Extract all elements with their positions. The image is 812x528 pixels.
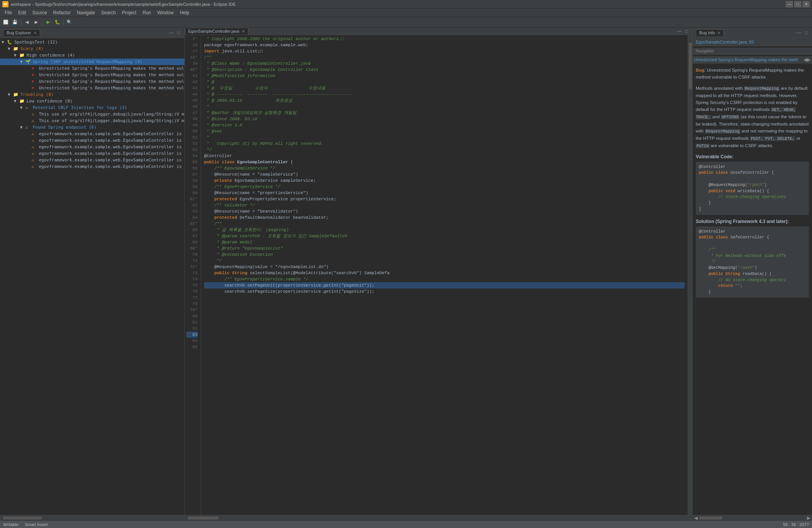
code-line-79*[interactable]: @RequestMapping(value = "/egovSampleList… (204, 264, 685, 270)
tree-item-vuln2[interactable]: ✖Unrestricted Spring's RequestMapping ma… (0, 72, 184, 78)
code-line-51[interactable]: * @version 1.0 (204, 122, 685, 128)
code-line-47[interactable]: * @ 2009.03.16 최초생성 (204, 97, 685, 104)
code-line-57[interactable]: @Controller (204, 153, 685, 159)
code-line-76[interactable]: * @return "egovSampleList" (204, 245, 685, 251)
tree-item-vuln4[interactable]: ✖Unrestricted Spring's RequestMapping ma… (0, 85, 184, 91)
code-line-69*[interactable]: @Resource(name = "beanValidator") (204, 208, 685, 215)
code-line-54[interactable]: * Copyright (C) by MOPAS All right reser… (204, 141, 685, 147)
tree-item-scary[interactable]: ▼📁Scary (4) (0, 45, 184, 52)
editor-maximize-btn[interactable]: □ (684, 28, 689, 34)
minimize-panel-btn[interactable]: — (168, 30, 175, 35)
menu-item-edit[interactable]: Edit (15, 9, 29, 16)
menu-item-help[interactable]: Help (177, 9, 193, 16)
menu-item-source[interactable]: Source (29, 9, 50, 16)
code-line-74[interactable]: * @param searchVO - 조회할 정보가 담긴 SampleDef… (204, 233, 685, 239)
code-line-44[interactable]: * @ (204, 79, 685, 85)
bug-explorer-tab[interactable]: Bug Explorer ✕ (3, 29, 40, 36)
tree-item-ep3[interactable]: ⚠egovframework.example.sample.web.EgovSa… (0, 144, 184, 150)
bug-explorer-close[interactable]: ✕ (33, 31, 37, 35)
code-line-41[interactable]: * @Class Name : EgovSampleController.jav… (204, 60, 685, 67)
code-line-68[interactable]: /** Validator */ (204, 202, 685, 208)
tree-item-ep6[interactable]: ⚠egovframework.example.sample.web.EgovSa… (0, 163, 184, 170)
code-line-82[interactable]: /** EgovPropertyService.sample */ (204, 276, 685, 282)
code-line-46[interactable]: * @ ---------- -------- ----------------… (204, 91, 685, 97)
code-line-52[interactable]: * @see (204, 128, 685, 134)
tree-toggle-low-conf[interactable]: ▼ (14, 99, 19, 104)
nav-arrow-left[interactable]: ◀ (804, 57, 807, 62)
code-line-73[interactable]: * 글 목록을 조회한다. (pageing) (204, 227, 685, 233)
bug-info-hscroll-thumb[interactable] (699, 516, 722, 520)
bug-explorer-hscroll[interactable] (0, 515, 184, 520)
menu-item-run[interactable]: Run (139, 9, 154, 16)
code-line-64[interactable]: /** EgovPropertyService */ (204, 184, 685, 190)
tree-item-spring-csrf[interactable]: ▼🌱Spring CSRF unrestricted RequestMappin… (0, 59, 184, 65)
code-line-60[interactable]: /** EgovSampleService */ (204, 165, 685, 171)
code-line-50[interactable]: * @since 2009. 03.16 (204, 116, 685, 122)
maximize-button[interactable]: □ (794, 1, 801, 7)
code-line-72*[interactable]: /** (204, 221, 685, 227)
code-line-66[interactable]: protected EgovPropertyService properties… (204, 196, 685, 202)
code-line-16[interactable]: package egovframework.example.sample.web… (204, 42, 685, 48)
code-line-84[interactable]: searchVO.setPageSize(propertiesService.g… (204, 288, 685, 295)
menu-item-search[interactable]: Search (98, 9, 119, 16)
tree-toggle-crlf[interactable]: ▼ (20, 105, 25, 110)
code-line-42[interactable]: * @Description : EgovSample Controller C… (204, 67, 685, 73)
editor-hscroll[interactable] (185, 515, 692, 520)
nav-arrow-right[interactable]: ▶ (807, 57, 810, 62)
code-line-53[interactable]: * (204, 134, 685, 141)
code-line-48[interactable]: * (204, 104, 685, 110)
code-line-75[interactable]: * @param model (204, 239, 685, 245)
code-line-58[interactable]: public class EgovSampleController { (204, 159, 685, 165)
code-line-80[interactable]: public String selectSampleList(@ModelAtt… (204, 270, 685, 276)
tree-item-crlf2[interactable]: ⚠This use of org/slf4j/Logger.debug(Ljav… (0, 117, 184, 124)
tree-item-ep2[interactable]: ⚠egovframework.example.sample.web.EgovSa… (0, 137, 184, 144)
editor-scrollbar[interactable] (688, 35, 692, 515)
bug-info-hscroll-left[interactable]: ◀ (693, 515, 699, 521)
code-line-40*[interactable]: /** (204, 54, 685, 60)
toolbar-btn-4[interactable]: ▶ (32, 18, 40, 27)
code-line-55[interactable]: */ (204, 147, 685, 153)
close-button[interactable]: ✕ (803, 1, 810, 7)
code-line-70[interactable]: protected DefaultBeanValidator beanValid… (204, 215, 685, 221)
editor-content[interactable]: 2*161718*3940*41424344454647484950515253… (185, 35, 692, 515)
bug-info-tab[interactable]: Bug Info ✕ (696, 29, 724, 36)
tree-item-ep4[interactable]: ⚠egovframework.example.sample.web.EgovSa… (0, 150, 184, 157)
tree-item-troubling[interactable]: ▼📁Troubling (8) (0, 91, 184, 98)
bug-info-hscroll-right[interactable]: ▶ (805, 515, 812, 521)
run-button[interactable]: ▶ (44, 18, 52, 27)
editor-tab-close[interactable]: ✕ (242, 29, 245, 34)
scrollbar-thumb[interactable] (689, 43, 692, 89)
debug-button[interactable]: 🐛 (53, 18, 62, 27)
menu-item-refactor[interactable]: Refactor (50, 9, 74, 16)
editor-minimize-btn[interactable]: — (676, 28, 683, 34)
menu-item-navigate[interactable]: Navigate (74, 9, 98, 16)
tree-item-crlf1[interactable]: ⚠This use of org/slf4j/Logger.debug(Ljav… (0, 111, 184, 117)
menu-item-file[interactable]: File (2, 9, 15, 16)
code-content[interactable]: * Copyright 2008-2009 the original autho… (201, 35, 688, 515)
toolbar-btn-3[interactable]: ◀ (23, 18, 31, 27)
code-line-61*[interactable]: @Resource(name = "sampleService") (204, 171, 685, 178)
code-line-2*[interactable]: * Copyright 2008-2009 the original autho… (204, 36, 685, 42)
code-line-45[interactable]: * @ 수정일 수정자 수정내용 (204, 85, 685, 91)
toolbar-btn-2[interactable]: 💾 (11, 18, 19, 27)
code-line-65*[interactable]: @Resource(name = "propertiesService") (204, 190, 685, 196)
code-line-49[interactable]: * @author 개발프레임워크 실행환경 개발팀 (204, 110, 685, 116)
editor-hscroll-thumb[interactable] (188, 516, 219, 520)
tree-item-vuln3[interactable]: ✖Unrestricted Spring's RequestMapping ma… (0, 78, 184, 85)
menu-item-project[interactable]: Project (119, 9, 139, 16)
tree-item-spotbugs[interactable]: ▼🐛SpotbugsTest (12) (0, 39, 184, 45)
bug-info-close[interactable]: ✕ (717, 31, 720, 35)
toolbar-search[interactable]: 🔍 (65, 18, 74, 27)
code-line-62[interactable]: private EgovSampleService sampleService; (204, 178, 685, 184)
maximize-panel-btn[interactable]: □ (176, 30, 181, 35)
tree-toggle-spotbugs[interactable]: ▼ (2, 40, 7, 45)
tree-toggle-scary[interactable]: ▼ (8, 46, 13, 51)
tree-item-ep5[interactable]: ⚠egovframework.example.sample.web.EgovSa… (0, 157, 184, 163)
code-line-43[interactable]: * @Modification Information (204, 73, 685, 79)
code-line-83[interactable]: searchVO.setPageUnit(propertiesService.g… (204, 282, 685, 288)
toolbar-btn-1[interactable]: ⬜ (2, 18, 10, 27)
tree-item-crlf[interactable]: ▼⚠Potential CRLF Injection for logs (2) (0, 104, 184, 111)
tree-item-spring-ep[interactable]: ▼⚠Found Spring endpoint (6) (0, 124, 184, 131)
tree-item-high-conf[interactable]: ▼📁High confidence (4) (0, 52, 184, 59)
tree-item-vuln1[interactable]: ✖Unrestricted Spring's RequestMapping ma… (0, 65, 184, 72)
